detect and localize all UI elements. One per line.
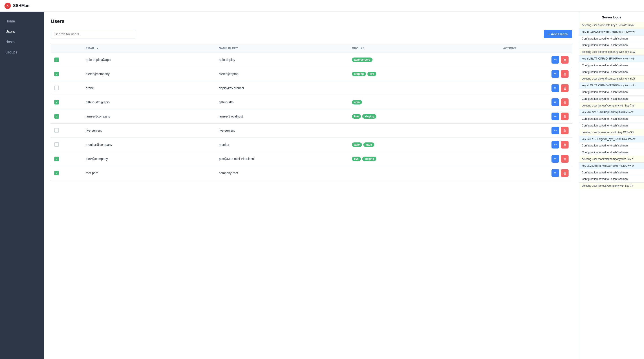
edit-button[interactable]: ✏ <box>552 169 559 177</box>
row-email: root.pem <box>82 166 215 180</box>
table-row: monitor@companymonitorapioaram✏🗑 <box>51 138 572 152</box>
delete-button[interactable]: 🗑 <box>561 84 568 92</box>
delete-button[interactable]: 🗑 <box>561 98 568 106</box>
row-actions: ✏🗑 <box>500 166 572 180</box>
row-name-in-key: company-root <box>215 166 348 180</box>
row-email: github-sftp@apio <box>82 95 215 109</box>
log-entry: key dK2qJo5ljMPkHXJuHuMuPFNteOw= w <box>579 163 644 169</box>
row-groups: livestaging <box>348 152 500 166</box>
table-row: ✓dieter@companydieter@laptopstaginglive✏… <box>51 67 572 81</box>
row-name-in-key: github-sftp <box>215 95 348 109</box>
table-row: ✓piotr@companypas@Mac-mini-Piotr.localli… <box>51 152 572 166</box>
edit-button[interactable]: ✏ <box>552 98 559 106</box>
row-actions: ✏🗑 <box>500 53 572 67</box>
row-actions: ✏🗑 <box>500 124 572 138</box>
delete-button[interactable]: 🗑 <box>561 56 568 64</box>
delete-button[interactable]: 🗑 <box>561 155 568 163</box>
main-layout: HomeUsersHostsGroups Users + Add Users E… <box>0 12 644 359</box>
edit-button[interactable]: ✏ <box>552 56 559 64</box>
row-name-in-key: james@localhost <box>215 109 348 124</box>
log-entry: deleting user james@company with key 7hy <box>579 102 644 109</box>
delete-button[interactable]: 🗑 <box>561 169 568 177</box>
log-entry: deleting user james@company with key 7h <box>579 183 644 189</box>
delete-button[interactable]: 🗑 <box>561 127 568 134</box>
group-badge: staging <box>352 72 366 76</box>
sidebar: HomeUsersHostsGroups <box>0 12 44 359</box>
sidebar-item-users[interactable]: Users <box>0 27 44 37</box>
app-title: SSHMan <box>13 3 30 8</box>
row-checkbox[interactable] <box>54 142 59 147</box>
log-entry: deleting user dieter@company with key YL… <box>579 49 644 56</box>
table-row: dronedeploykey.droneci✏🗑 <box>51 81 572 95</box>
row-groups: apio-servers <box>348 53 500 67</box>
col-header-groups: GROUPS <box>348 44 500 53</box>
row-groups: apioaram <box>348 138 500 152</box>
sidebar-item-hosts[interactable]: Hosts <box>0 37 44 47</box>
log-entry: key YLGtuTfnOPRuO-8F40jRVxv_yKw= with <box>579 82 644 89</box>
edit-button[interactable]: ✏ <box>552 127 559 134</box>
row-email: james@company <box>82 109 215 124</box>
row-checkbox[interactable] <box>54 86 59 90</box>
log-entry: Configuration saved to ~/.ssh/.sshman <box>579 36 644 42</box>
col-header-namekey: NAME IN KEY <box>215 44 348 53</box>
delete-button[interactable]: 🗑 <box>561 113 568 120</box>
col-header-actions: ACTIONS <box>500 44 572 53</box>
log-entry: key YLGtuTfnOPRuO-8F40jRVxv_yKw= with <box>579 56 644 62</box>
table-row: ✓apio-deploy@apioapio-deployapio-servers… <box>51 53 572 67</box>
log-entry: Configuration saved to ~/.ssh/.sshman <box>579 89 644 96</box>
row-name-in-key: apio-deploy <box>215 53 348 67</box>
log-entry: key 7hYhxvPUdW4repuX3Nyj9hxC4M0= w <box>579 109 644 116</box>
row-actions: ✏🗑 <box>500 138 572 152</box>
row-checkbox[interactable]: ✓ <box>54 72 59 76</box>
row-checkbox[interactable]: ✓ <box>54 171 59 175</box>
edit-button[interactable]: ✏ <box>552 155 559 163</box>
sidebar-item-groups[interactable]: Groups <box>0 47 44 58</box>
log-entry: key 1FJ3wWCimowYmUKn1t2mt1-iFKM= wi <box>579 29 644 36</box>
row-email: apio-deploy@apio <box>82 53 215 67</box>
row-checkbox[interactable]: ✓ <box>54 100 59 105</box>
log-entry: Configuration saved to ~/.ssh/.sshman <box>579 149 644 156</box>
row-groups: staginglive <box>348 67 500 81</box>
delete-button[interactable]: 🗑 <box>561 141 568 149</box>
main-content: Users + Add Users EMAIL ▲ NAME IN KEY GR… <box>44 12 579 359</box>
row-groups: apio <box>348 95 500 109</box>
row-actions: ✏🗑 <box>500 81 572 95</box>
delete-button[interactable]: 🗑 <box>561 70 568 78</box>
group-badge: apio <box>352 142 362 147</box>
row-checkbox[interactable]: ✓ <box>54 58 59 62</box>
table-row: ✓james@companyjames@localhostlivestaging… <box>51 109 572 124</box>
log-entry: Configuration saved to ~/.ssh/.sshman <box>579 116 644 122</box>
row-checkbox[interactable] <box>54 128 59 133</box>
row-email: drone <box>82 81 215 95</box>
users-table: EMAIL ▲ NAME IN KEY GROUPS ACTIONS ✓apio… <box>51 44 572 180</box>
group-badge: staging <box>362 157 376 161</box>
log-entry: deleting user live-servers with key G2Fa… <box>579 129 644 136</box>
edit-button[interactable]: ✏ <box>552 70 559 78</box>
group-badge: live <box>367 72 376 76</box>
group-badge: aram <box>363 142 374 147</box>
row-checkbox[interactable]: ✓ <box>54 114 59 119</box>
col-header-check <box>51 44 82 53</box>
row-email: dieter@company <box>82 67 215 81</box>
log-entry: Configuration saved to ~/.ssh/.sshman <box>579 176 644 183</box>
row-checkbox[interactable]: ✓ <box>54 157 59 161</box>
row-email: live-servers <box>82 124 215 138</box>
sidebar-item-home[interactable]: Home <box>0 16 44 27</box>
table-row: ✓github-sftp@apiogithub-sftpapio✏🗑 <box>51 95 572 109</box>
row-actions: ✏🗑 <box>500 152 572 166</box>
log-entry: Configuration saved to ~/.ssh/.sshman <box>579 169 644 176</box>
page-title: Users <box>51 19 572 24</box>
edit-button[interactable]: ✏ <box>552 141 559 149</box>
table-row: live-serverslive-servers✏🗑 <box>51 124 572 138</box>
topbar: ☀ SSHMan <box>0 0 644 12</box>
row-groups <box>348 81 500 95</box>
group-badge: live <box>352 157 361 161</box>
log-entry: Configuration saved to ~/.ssh/.sshman <box>579 142 644 149</box>
search-input[interactable] <box>51 30 136 39</box>
row-groups <box>348 124 500 138</box>
edit-button[interactable]: ✏ <box>552 84 559 92</box>
edit-button[interactable]: ✏ <box>552 113 559 120</box>
group-badge: live <box>352 114 361 119</box>
log-entry: key G2FaGSP9g2xM_oyK_9eRY-DaYkM= w <box>579 136 644 143</box>
add-users-button[interactable]: + Add Users <box>544 30 572 38</box>
